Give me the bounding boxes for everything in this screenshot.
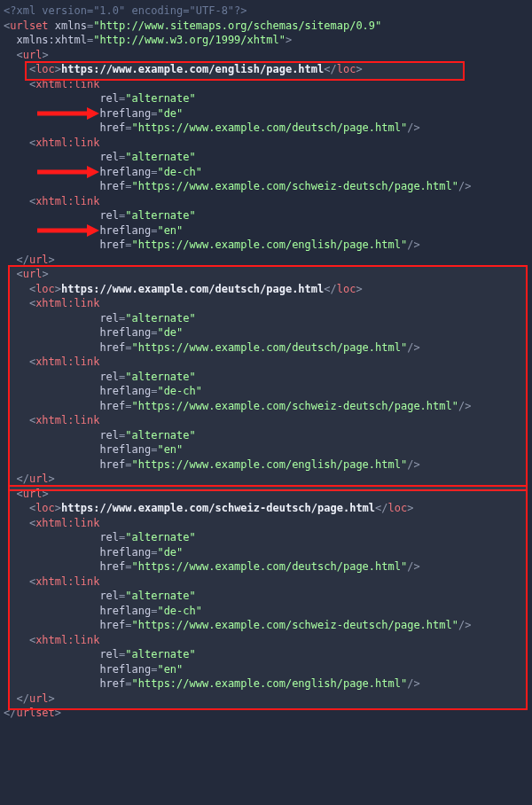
href-value: "https://www.example.com/deutsch/page.ht… [132,341,408,354]
rel-value: "alternate" [125,648,195,660]
href-value: "https://www.example.com/english/page.ht… [132,458,408,471]
href-value: "https://www.example.com/deutsch/page.ht… [132,121,408,134]
loc-value: https://www.example.com/english/page.htm… [61,63,324,75]
rel-value: "alternate" [125,209,195,222]
href-value: "https://www.example.com/english/page.ht… [132,238,408,251]
rel-value: "alternate" [125,590,195,602]
rel-value: "alternate" [125,531,195,543]
href-value: "https://www.example.com/deutsch/page.ht… [132,560,408,573]
hreflang-value: "de" [157,326,183,339]
hreflang-value: "en" [157,224,183,237]
rel-value: "alternate" [125,429,195,442]
href-value: "https://www.example.com/schweiz-deutsch… [132,180,458,192]
hreflang-value: "de-ch" [157,166,202,178]
rel-value: "alternate" [125,151,195,163]
loc-value: https://www.example.com/schweiz-deutsch/… [61,502,375,514]
rel-value: "alternate" [125,92,195,105]
hreflang-value: "en" [157,663,183,676]
href-value: "https://www.example.com/schweiz-deutsch… [132,400,458,412]
rel-value: "alternate" [125,371,195,383]
hreflang-value: "de-ch" [157,605,202,617]
href-value: "https://www.example.com/schweiz-deutsch… [132,619,458,631]
hreflang-value: "en" [157,443,183,456]
hreflang-value: "de" [157,107,183,120]
hreflang-value: "de" [157,546,183,559]
loc-value: https://www.example.com/deutsch/page.htm… [61,283,324,295]
hreflang-value: "de-ch" [157,385,202,397]
rel-value: "alternate" [125,312,195,324]
href-value: "https://www.example.com/english/page.ht… [132,677,408,690]
xml-code-block: <?xml version="1.0" encoding="UTF-8"?> <… [0,0,532,721]
